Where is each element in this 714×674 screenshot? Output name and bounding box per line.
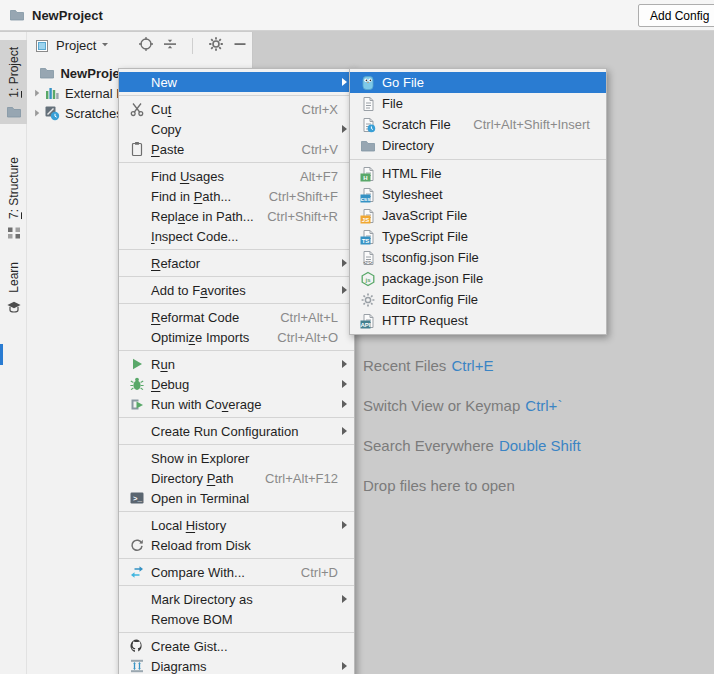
- menu-item-mark-directory-as[interactable]: Mark Directory as: [119, 589, 354, 609]
- menu-item-run-with-coverage[interactable]: Run with Coverage: [119, 394, 354, 414]
- tool-window-accent-strip: [0, 344, 3, 365]
- minus-icon: [232, 36, 248, 55]
- menu-item-reformat-code[interactable]: Reformat CodeCtrl+Alt+L: [119, 307, 354, 327]
- html-icon: H: [360, 166, 376, 182]
- menu-item-html-file[interactable]: HHTML File: [350, 163, 606, 184]
- menu-item-package-json-file[interactable]: jspackage.json File: [350, 268, 606, 289]
- menu-item-local-history[interactable]: Local History: [119, 515, 354, 535]
- menu-item-label: Create Gist...: [151, 639, 228, 654]
- empty-icon-slot: [129, 121, 145, 137]
- menu-item-directory[interactable]: Directory: [350, 135, 606, 156]
- hide-button[interactable]: [231, 37, 248, 54]
- svg-text:H: H: [363, 174, 367, 180]
- project-view-selector[interactable]: Project: [56, 38, 96, 53]
- menu-item-paste[interactable]: PasteCtrl+V: [119, 139, 354, 159]
- editor-empty-hints: Recent FilesCtrl+ESwitch View or KeymapC…: [363, 345, 581, 505]
- menu-item-find-in-path[interactable]: Find in Path...Ctrl+Shift+F: [119, 186, 354, 206]
- menu-item-label: Directory: [382, 138, 434, 153]
- menu-item-create-run-configuration[interactable]: Create Run Configuration: [119, 421, 354, 441]
- menu-item-add-to-favorites[interactable]: Add to Favorites: [119, 280, 354, 300]
- menu-item-go-file[interactable]: Go File: [350, 72, 606, 93]
- locate-button[interactable]: [137, 37, 154, 54]
- svg-text:css: css: [360, 195, 371, 201]
- empty-icon-slot: [129, 168, 145, 184]
- menu-item-label: JavaScript File: [382, 208, 467, 223]
- menu-separator: [119, 444, 354, 445]
- hint-text: Recent Files: [363, 357, 446, 374]
- bug-icon: [129, 376, 145, 392]
- editor-hint-line: Search EverywhereDouble Shift: [363, 425, 581, 465]
- menu-item-stylesheet[interactable]: cssStylesheet: [350, 184, 606, 205]
- svg-text:js: js: [364, 276, 371, 282]
- menu-item-replace-in-path[interactable]: Replace in Path...Ctrl+Shift+R: [119, 206, 354, 226]
- menu-item-remove-bom[interactable]: Remove BOM: [119, 609, 354, 629]
- menu-item-label: EditorConfig File: [382, 292, 478, 307]
- menu-item-label: Copy: [151, 122, 181, 137]
- chevron-down-icon[interactable]: [99, 38, 111, 54]
- menu-item-label: Compare With...: [151, 565, 245, 580]
- window-title: NewProject: [32, 8, 103, 23]
- reload-icon: [129, 537, 145, 553]
- menu-separator: [119, 558, 354, 559]
- empty-icon-slot: [129, 450, 145, 466]
- menu-item-open-in-terminal[interactable]: >_Open in Terminal: [119, 488, 354, 508]
- menu-item-refactor[interactable]: Refactor: [119, 253, 354, 273]
- folder-icon: [360, 138, 376, 154]
- menu-item-debug[interactable]: Debug: [119, 374, 354, 394]
- tab-project[interactable]: 1: Project: [0, 40, 27, 124]
- menu-item-http-request[interactable]: APIHTTP Request: [350, 310, 606, 331]
- menu-item-shortcut: Ctrl+Alt+L: [280, 310, 348, 325]
- tab-structure-label: 7: Structure: [7, 157, 21, 219]
- learn-icon: [6, 299, 21, 314]
- menu-item-label: Open in Terminal: [151, 491, 249, 506]
- menu-item-new[interactable]: New: [119, 72, 354, 92]
- menu-item-javascript-file[interactable]: JSJavaScript File: [350, 205, 606, 226]
- tab-structure[interactable]: 7: Structure: [0, 150, 27, 245]
- file-icon: [360, 96, 376, 112]
- menu-item-typescript-file[interactable]: TSTypeScript File: [350, 226, 606, 247]
- submenu-arrow-icon: [342, 286, 347, 294]
- menu-item-editorconfig-file[interactable]: EditorConfig File: [350, 289, 606, 310]
- add-configuration-button[interactable]: Add Config: [638, 4, 714, 27]
- menu-item-show-in-explorer[interactable]: Show in Explorer: [119, 448, 354, 468]
- menu-item-run[interactable]: Run: [119, 354, 354, 374]
- scissors-icon: [129, 101, 145, 117]
- js-icon: JS: [360, 208, 376, 224]
- menu-item-compare-with[interactable]: Compare With...Ctrl+D: [119, 562, 354, 582]
- menu-item-optimize-imports[interactable]: Optimize ImportsCtrl+Alt+O: [119, 327, 354, 347]
- css-icon: css: [360, 187, 376, 203]
- editor-hint-line: Recent FilesCtrl+E: [363, 345, 581, 385]
- menu-item-find-usages[interactable]: Find UsagesAlt+F7: [119, 166, 354, 186]
- menu-item-reload-from-disk[interactable]: Reload from Disk: [119, 535, 354, 555]
- menu-item-label: New: [151, 75, 177, 90]
- menu-item-file[interactable]: File: [350, 93, 606, 114]
- menu-item-label: Paste: [151, 142, 184, 157]
- folder-icon: [6, 104, 21, 119]
- menu-item-create-gist[interactable]: Create Gist...: [119, 636, 354, 656]
- tab-learn-label: Learn: [7, 262, 21, 293]
- structure-icon: [6, 225, 21, 240]
- menu-item-label: Optimize Imports: [151, 330, 249, 345]
- menu-item-cut[interactable]: CutCtrl+X: [119, 99, 354, 119]
- collapse-all-button[interactable]: [161, 37, 178, 54]
- settings-button[interactable]: [207, 37, 224, 54]
- menu-item-scratch-file[interactable]: Scratch FileCtrl+Alt+Shift+Insert: [350, 114, 606, 135]
- chevron-right-icon[interactable]: [30, 87, 44, 99]
- tool-window-bar: 1: Project7: StructureLearn: [0, 32, 27, 674]
- menu-item-label: Stylesheet: [382, 187, 443, 202]
- chevron-right-icon[interactable]: [30, 107, 44, 119]
- menu-item-inspect-code[interactable]: Inspect Code...: [119, 226, 354, 246]
- menu-item-shortcut: Alt+F7: [300, 169, 348, 184]
- menu-item-tsconfig-json-file[interactable]: <>tsconfig.json File: [350, 247, 606, 268]
- tab-learn[interactable]: Learn: [0, 255, 27, 319]
- api-icon: API: [360, 313, 376, 329]
- menu-item-label: Local History: [151, 518, 226, 533]
- submenu-arrow-icon: [342, 427, 347, 435]
- menu-item-copy[interactable]: Copy: [119, 119, 354, 139]
- menu-item-label: Reformat Code: [151, 310, 239, 325]
- empty-icon-slot: [129, 517, 145, 533]
- menu-item-diagrams[interactable]: Diagrams: [119, 656, 354, 674]
- menu-item-directory-path[interactable]: Directory PathCtrl+Alt+F12: [119, 468, 354, 488]
- ide-window: NewProject Add Config 1: Project7: Struc…: [0, 0, 714, 674]
- menu-item-label: HTTP Request: [382, 313, 468, 328]
